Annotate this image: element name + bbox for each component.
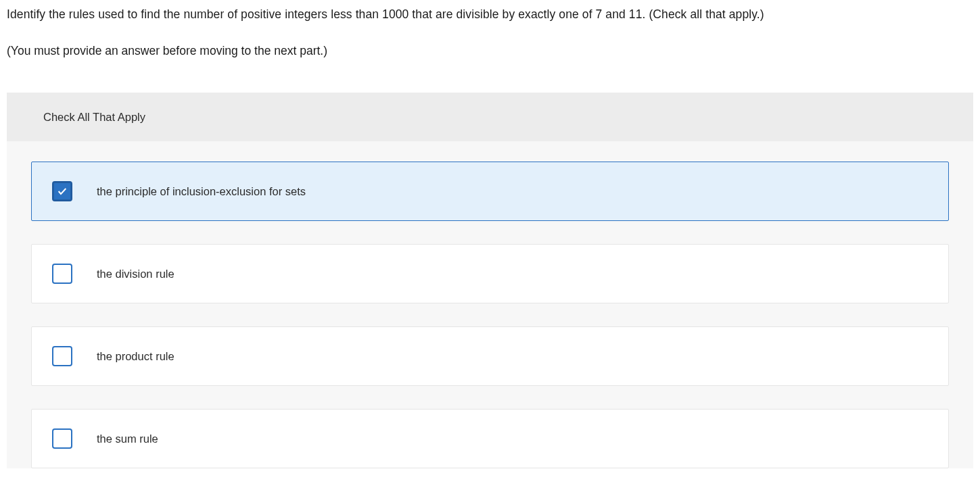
check-icon xyxy=(57,186,68,197)
option-row[interactable]: the product rule xyxy=(31,326,949,386)
checkbox[interactable] xyxy=(52,264,72,284)
option-label: the sum rule xyxy=(97,430,158,447)
question-text: Identify the rules used to find the numb… xyxy=(7,5,973,23)
option-label: the principle of inclusion-exclusion for… xyxy=(97,183,306,200)
instruction-text: (You must provide an answer before movin… xyxy=(7,42,973,59)
options-list: the principle of inclusion-exclusion for… xyxy=(7,141,973,468)
checkbox[interactable] xyxy=(52,181,72,201)
option-label: the product rule xyxy=(97,348,174,365)
checkbox[interactable] xyxy=(52,346,72,366)
option-label: the division rule xyxy=(97,266,174,282)
check-all-header: Check All That Apply xyxy=(7,93,973,142)
answer-container: Check All That Apply the principle of in… xyxy=(7,93,973,469)
option-row[interactable]: the division rule xyxy=(31,244,949,303)
checkbox[interactable] xyxy=(52,428,72,449)
option-row[interactable]: the sum rule xyxy=(31,409,949,468)
option-row[interactable]: the principle of inclusion-exclusion for… xyxy=(31,162,949,221)
